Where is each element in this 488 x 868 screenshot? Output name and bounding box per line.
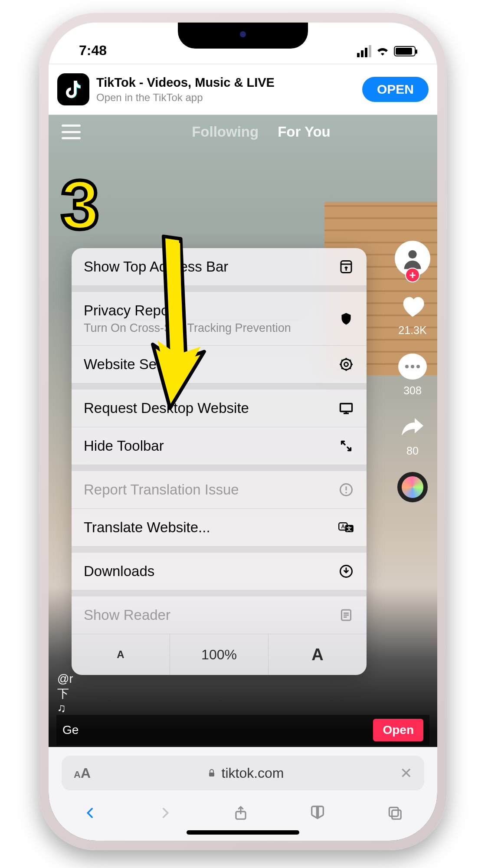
menu-translate[interactable]: Translate Website... A文: [72, 509, 367, 547]
svg-rect-31: [389, 807, 398, 816]
url-domain: tiktok.com: [221, 765, 284, 781]
menu-label: Hide Toolbar: [84, 438, 164, 454]
battery-icon: [394, 46, 416, 56]
zoom-in-button[interactable]: A: [269, 634, 367, 675]
arrow-annotation: [130, 234, 217, 416]
menu-report-translation: Report Translation Issue: [72, 471, 367, 509]
svg-rect-32: [392, 810, 401, 819]
tab-for-you[interactable]: For You: [278, 124, 331, 140]
svg-text:文: 文: [346, 526, 352, 532]
addressbar-icon: [338, 259, 354, 275]
expand-icon: [338, 438, 354, 454]
menu-show-top-address-bar[interactable]: Show Top Address Bar: [72, 248, 367, 286]
url-display: tiktok.com: [206, 765, 284, 781]
right-rail: + 21.3K 308: [395, 241, 430, 502]
comment-count: 308: [403, 384, 422, 397]
svg-line-12: [342, 368, 343, 369]
menu-label: Downloads: [84, 563, 154, 580]
tiktok-nav: Following For You: [49, 115, 437, 149]
desktop-icon: [338, 400, 354, 416]
phone-screen: 7:48 TikTok - Videos, Music & LIVE Open …: [49, 23, 437, 841]
menu-hide-toolbar[interactable]: Hide Toolbar: [72, 427, 367, 465]
safari-page-menu: Show Top Address Bar Privacy Report Turn…: [72, 248, 367, 675]
comment-icon: [397, 351, 428, 382]
menu-request-desktop[interactable]: Request Desktop Website: [72, 390, 367, 427]
svg-text:A: A: [341, 524, 345, 530]
tabs-button[interactable]: [386, 805, 403, 823]
aa-button[interactable]: AA: [74, 765, 91, 781]
svg-point-19: [345, 492, 347, 494]
zoom-out-button[interactable]: A: [72, 634, 170, 675]
svg-point-5: [344, 363, 348, 367]
cellular-icon: [357, 45, 371, 57]
phone-frame: 7:48 TikTok - Videos, Music & LIVE Open …: [39, 13, 447, 850]
app-title: TikTok - Videos, Music & LIVE: [96, 75, 355, 90]
reader-icon: [338, 607, 354, 623]
tiktok-app-icon: [57, 73, 89, 105]
feed-tabs: Following For You: [98, 124, 424, 140]
menu-label: Show Reader: [84, 607, 170, 623]
like-count: 21.3K: [398, 324, 426, 337]
notch: [178, 23, 308, 49]
menu-label: Translate Website...: [84, 519, 210, 536]
status-time: 7:48: [79, 43, 107, 59]
gear-icon: [338, 356, 354, 373]
caption-music[interactable]: ♫: [57, 701, 73, 715]
menu-website-settings[interactable]: Website Settings: [72, 346, 367, 383]
svg-point-0: [408, 250, 416, 259]
shield-icon: [338, 311, 354, 327]
svg-rect-14: [341, 404, 352, 412]
get-app-label: Ge: [62, 723, 79, 737]
warning-icon: [338, 481, 354, 498]
like-button[interactable]: 21.3K: [397, 291, 428, 337]
sound-disc[interactable]: [397, 472, 428, 502]
open-app-button[interactable]: OPEN: [362, 77, 429, 102]
menu-icon[interactable]: [62, 124, 81, 139]
menu-downloads[interactable]: Downloads: [72, 553, 367, 590]
app-banner: TikTok - Videos, Music & LIVE Open in th…: [49, 64, 437, 115]
svg-line-13: [350, 360, 351, 361]
menu-label: Report Translation Issue: [84, 481, 239, 498]
home-indicator[interactable]: [187, 830, 299, 835]
video-caption: @r 下 ♫: [57, 672, 73, 715]
step-number-annotation: 3: [61, 165, 99, 245]
lock-icon: [206, 768, 217, 778]
tab-following[interactable]: Following: [192, 124, 259, 140]
share-icon: [397, 412, 428, 442]
wifi-icon: [376, 44, 390, 59]
heart-icon: [397, 291, 428, 321]
svg-rect-29: [209, 773, 214, 776]
svg-line-10: [342, 360, 343, 361]
download-icon: [338, 563, 354, 580]
follow-plus-icon[interactable]: +: [405, 268, 420, 282]
address-bar[interactable]: AA tiktok.com ✕: [62, 756, 424, 790]
comment-button[interactable]: 308: [397, 351, 428, 397]
bookmarks-button[interactable]: [309, 804, 326, 823]
translate-icon: A文: [338, 519, 354, 536]
get-app-banner: Ge Open: [56, 715, 429, 745]
back-button[interactable]: [83, 806, 98, 822]
share-button-toolbar[interactable]: [233, 805, 249, 823]
zoom-level: 100%: [170, 634, 269, 675]
open-tiktok-button[interactable]: Open: [373, 719, 423, 741]
app-info: TikTok - Videos, Music & LIVE Open in th…: [96, 75, 355, 104]
share-count: 80: [406, 445, 419, 457]
app-subtitle: Open in the TikTok app: [96, 92, 355, 104]
share-button[interactable]: 80: [397, 412, 428, 457]
caption-text: 下: [57, 686, 73, 701]
close-menu-button[interactable]: ✕: [400, 764, 412, 782]
menu-show-reader: Show Reader: [72, 596, 367, 634]
svg-line-11: [350, 368, 351, 369]
safari-bottom-bar: AA tiktok.com ✕: [49, 747, 437, 841]
zoom-controls: A 100% A: [72, 634, 367, 675]
status-icons: [357, 44, 416, 59]
forward-button: [158, 806, 173, 822]
caption-username[interactable]: @r: [57, 672, 73, 686]
camera-dot: [240, 31, 246, 37]
menu-privacy-report[interactable]: Privacy Report Turn On Cross-Site Tracki…: [72, 292, 367, 346]
creator-avatar[interactable]: +: [395, 241, 430, 276]
